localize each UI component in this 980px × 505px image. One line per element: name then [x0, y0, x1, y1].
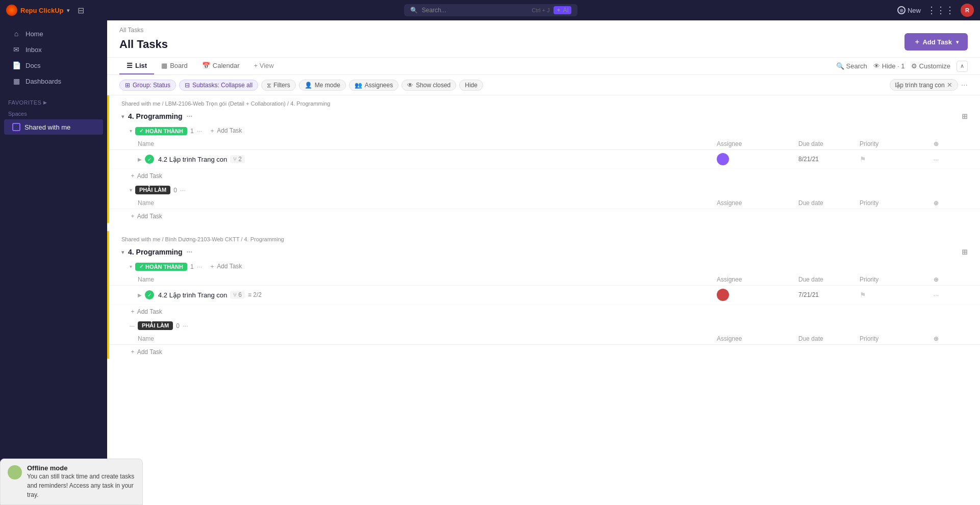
filter-tag-chip: lập trình trang con ✕: [890, 79, 958, 91]
task1-subtasks[interactable]: ⑂ 2: [230, 155, 245, 163]
shared-item-icon: [12, 123, 20, 131]
status-collapse-done-2[interactable]: ▾: [130, 264, 132, 269]
task2-status-icon: ✓: [145, 290, 154, 299]
status-count-done-1: 1: [190, 128, 194, 135]
col-priority-2: Priority: [860, 276, 921, 283]
user-avatar[interactable]: R: [961, 4, 974, 17]
sidebar-toggle-icon[interactable]: ⊟: [78, 6, 84, 15]
section1-collapse[interactable]: ▾: [121, 114, 124, 119]
assignees-chip[interactable]: 👥 Assignees: [349, 80, 398, 91]
workspace-logo[interactable]: Repu ClickUp ▾: [6, 5, 69, 16]
status-count-done-2: 1: [190, 263, 194, 270]
filter-tag-label: lập trình trang con: [895, 82, 945, 89]
tab-board-label: Board: [170, 62, 188, 69]
add-task-row-done-1[interactable]: ＋ Add Task: [109, 169, 980, 183]
col-due-2: Due date: [798, 276, 860, 283]
tab-calendar-label: Calendar: [213, 62, 240, 69]
assignees-label: Assignees: [365, 82, 393, 89]
hide-toggle[interactable]: 👁 Hide · 1: [873, 62, 905, 70]
new-button[interactable]: ⊕ New: [897, 6, 921, 14]
col-name-2: Name: [138, 276, 717, 283]
apps-icon[interactable]: ⋮⋮⋮: [927, 5, 954, 16]
section-group-2: Shared with me / Bình Dương-2103-Web CKT…: [107, 231, 980, 359]
tab-add-view[interactable]: + View: [247, 58, 281, 74]
filter-tag-close[interactable]: ✕: [947, 81, 952, 89]
me-icon: 👤: [305, 82, 312, 89]
search-toggle[interactable]: 🔍 Search: [836, 62, 867, 70]
task2-expand[interactable]: ▶: [138, 292, 142, 298]
tab-board[interactable]: ▦ Board: [154, 58, 195, 74]
workspace-chevron[interactable]: ▾: [67, 8, 69, 13]
status-badge-hoan-thanh-1: ✓ HOÀN THÀNH: [135, 127, 187, 135]
search-icon: 🔍: [836, 62, 844, 70]
section1-dots[interactable]: ···: [187, 112, 193, 120]
group-status-chip[interactable]: ⊞ Group: Status: [119, 80, 176, 91]
add-task-row-done-2[interactable]: ＋ Add Task: [109, 305, 980, 318]
hide-chip[interactable]: Hide: [459, 80, 483, 91]
docs-icon: 📄: [12, 61, 20, 69]
status-collapse-todo-1[interactable]: ▾: [130, 187, 132, 193]
section2-title: 4. Programming: [128, 248, 183, 256]
filter-more-icon[interactable]: ···: [961, 81, 968, 90]
add-task-button[interactable]: ＋ Add Task ▾: [904, 33, 968, 50]
sidebar-item-dashboards[interactable]: ▦ Dashboards: [4, 73, 103, 89]
section2-table-icon[interactable]: ⊞: [962, 248, 968, 256]
task1-flag-icon: ⚑: [860, 155, 866, 163]
sidebar-item-docs-label: Docs: [26, 62, 41, 69]
task1-status-icon: ✓: [145, 155, 154, 164]
status-badge-phai-lam-2: PHẢI LÀM: [138, 321, 173, 330]
me-mode-chip[interactable]: 👤 Me mode: [299, 80, 346, 91]
add-task-row-todo-2[interactable]: ＋ Add Task: [109, 345, 980, 359]
subtasks-chip[interactable]: ⊟ Subtasks: Collapse all: [179, 80, 258, 91]
offline-title: Offline mode: [27, 464, 135, 472]
hide-chip-label: Hide: [465, 82, 478, 89]
col-actions-todo-1: ⊕: [921, 199, 951, 207]
tab-list[interactable]: ☰ List: [119, 58, 154, 74]
status-dots-done-2[interactable]: ···: [197, 263, 203, 270]
task2-due-date: 7/21/21: [798, 291, 860, 298]
status-dots-todo-1[interactable]: ···: [180, 186, 186, 194]
col-priority-todo-1: Priority: [860, 199, 921, 207]
status-collapse-todo-2[interactable]: —: [130, 323, 135, 329]
task1-name[interactable]: 4.2 Lập trình Trang con: [158, 156, 227, 163]
search-label: Search: [846, 62, 867, 70]
show-closed-chip[interactable]: 👁 Show closed: [401, 80, 456, 91]
task1-more[interactable]: ···: [921, 156, 951, 163]
section1-table-icon[interactable]: ⊞: [962, 112, 968, 120]
task1-priority: ⚑: [860, 155, 921, 163]
col-assignee-2: Assignee: [717, 276, 798, 283]
dashboards-icon: ▦: [12, 77, 20, 85]
offline-dot: [8, 465, 22, 479]
add-task-status-done-2[interactable]: ＋ Add Task: [209, 262, 242, 271]
filters-chip[interactable]: ⧖ Filters: [261, 80, 296, 91]
sidebar-item-shared[interactable]: Shared with me: [4, 119, 103, 135]
customize-toggle[interactable]: ⚙ Customize: [911, 62, 950, 70]
hide-label: Hide · 1: [882, 62, 905, 70]
task2-subtasks[interactable]: ⑂ 6: [230, 291, 245, 299]
sidebar-item-home[interactable]: ⌂ Home: [4, 26, 103, 41]
status-dots-done-1[interactable]: ···: [197, 127, 203, 135]
sidebar-item-docs[interactable]: 📄 Docs: [4, 58, 103, 73]
status-group-done-1: ▾ ✓ HOÀN THÀNH 1 ··· ＋ Add Task Name Ass…: [109, 123, 980, 183]
col-priority-todo-2: Priority: [860, 335, 921, 342]
add-task-row-todo-1[interactable]: ＋ Add Task: [109, 209, 980, 223]
section2-collapse[interactable]: ▾: [121, 249, 124, 255]
section2-dots[interactable]: ···: [187, 248, 193, 256]
ai-badge[interactable]: ✦ AI: [554, 6, 571, 14]
col-actions-todo-2: ⊕: [921, 335, 951, 342]
status-collapse-done-1[interactable]: ▾: [130, 128, 132, 134]
tab-calendar[interactable]: 📅 Calendar: [195, 58, 247, 74]
task2-name[interactable]: 4.2 Lập trình Trang con: [158, 291, 227, 299]
collapse-button[interactable]: ∧: [957, 61, 968, 72]
col-name-todo-2: Name: [138, 335, 717, 342]
task2-more[interactable]: ···: [921, 291, 951, 299]
favorites-section[interactable]: Favorites ▶: [0, 95, 107, 108]
add-task-status-done-1[interactable]: ＋ Add Task: [209, 127, 242, 135]
table-row: ▶ ✓ 4.2 Lập trình Trang con ⑂ 6 ≡ 2/2: [109, 286, 980, 305]
search-bar[interactable]: 🔍 Search... Ctrl + J ✦ AI: [404, 4, 577, 16]
task1-expand[interactable]: ▶: [138, 157, 142, 162]
status-badge-hoan-thanh-2: ✓ HOÀN THÀNH: [135, 263, 187, 271]
favorites-label: Favorites: [8, 99, 41, 106]
sidebar-item-inbox[interactable]: ✉ Inbox: [4, 42, 103, 57]
status-dots-todo-2[interactable]: ···: [183, 322, 188, 330]
